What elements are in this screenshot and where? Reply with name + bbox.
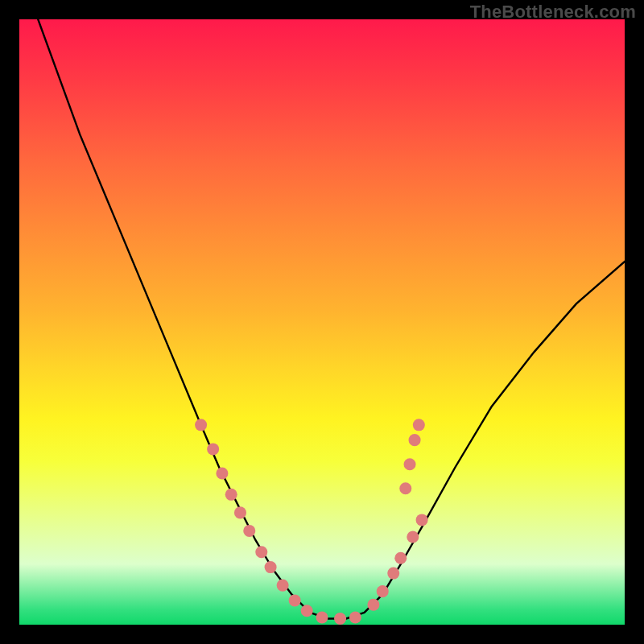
data-marker <box>207 443 219 455</box>
data-marker <box>367 599 379 611</box>
chart-frame: TheBottleneck.com <box>0 0 644 644</box>
data-marker <box>394 552 407 564</box>
data-marker <box>216 467 228 479</box>
data-marker <box>377 585 389 597</box>
data-marker <box>277 580 289 592</box>
data-marker <box>407 530 419 543</box>
data-marker <box>234 506 246 518</box>
data-marker <box>289 594 301 606</box>
data-marker <box>301 605 313 617</box>
bottleneck-curve <box>19 19 625 625</box>
data-marker <box>225 489 237 501</box>
plot-area <box>19 19 625 625</box>
data-marker <box>195 419 207 431</box>
data-marker <box>416 514 428 526</box>
data-marker <box>243 525 255 537</box>
data-marker <box>399 482 411 494</box>
data-marker <box>413 419 425 431</box>
data-marker <box>404 458 416 470</box>
data-marker <box>387 568 399 580</box>
data-marker <box>265 561 277 573</box>
data-marker <box>349 611 361 623</box>
data-marker <box>316 611 328 623</box>
data-marker <box>334 613 346 625</box>
data-marker <box>255 546 267 558</box>
data-marker <box>409 434 421 446</box>
